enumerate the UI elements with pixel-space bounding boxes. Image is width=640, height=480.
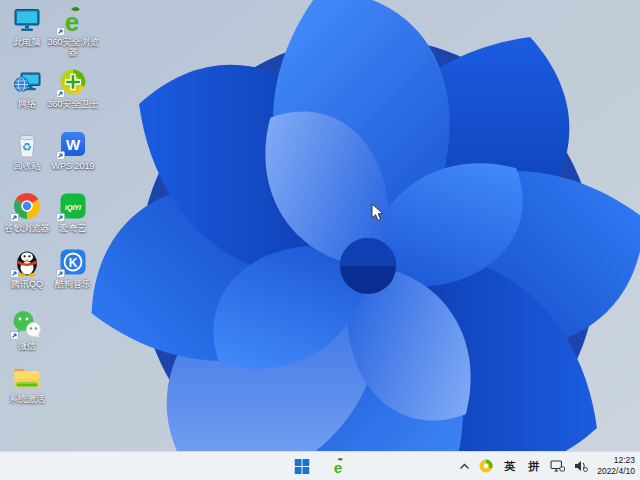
wps-glyph: W [66,136,81,153]
start-button[interactable] [290,454,314,478]
clock[interactable]: 12:23 2022/4/10 [597,455,635,477]
wallpaper-bloom [0,0,640,480]
desktop: 此电脑 网络 ♻ 回收站 [0,0,640,480]
shortcut-arrow-icon [10,331,19,340]
desktop-icon-network[interactable]: 网络 [5,67,49,109]
folder-icon [12,362,42,392]
desktop-icon-this-pc[interactable]: 此电脑 [5,5,49,47]
shortcut-arrow-icon [56,269,65,278]
desktop-icon-wps[interactable]: W WPS 2019 [51,129,95,171]
shortcut-arrow-icon [10,269,19,278]
kugou-glyph: K [69,256,78,270]
iqiyi-glyph: iQIYI [65,204,82,212]
taskbar-app-360-browser[interactable]: e [327,454,351,478]
360-safe-icon [58,67,88,97]
iqiyi-icon: iQIYI [58,191,88,221]
kugou-icon: K [58,247,88,277]
desktop-icon-360-safe[interactable]: 360安全卫士 [51,67,95,109]
shortcut-arrow-icon [56,27,65,36]
taskbar-center: e [290,452,351,480]
shortcut-arrow-icon [56,151,65,160]
svg-text:e: e [334,459,343,476]
wechat-icon [12,309,42,339]
desktop-icon-iqiyi[interactable]: iQIYI 爱奇艺 [51,191,95,233]
network-tray-icon[interactable] [550,460,565,473]
clock-date: 2022/4/10 [597,466,635,477]
clock-time: 12:23 [597,455,635,466]
shortcut-arrow-icon [56,89,65,98]
desktop-icon-activation-folder[interactable]: 系统激活 [5,362,49,404]
shortcut-arrow-icon [56,213,65,222]
desktop-icon-label: 360安全卫士 [45,99,101,109]
desktop-icon-qq[interactable]: 腾讯QQ [5,247,49,289]
chrome-icon [12,191,42,221]
desktop-icon-label: 酷狗音乐 [45,279,101,289]
desktop-icon-kugou[interactable]: K 酷狗音乐 [51,247,95,289]
network-icon [12,67,42,97]
desktop-icon-label: 爱奇艺 [45,223,101,233]
tray-chevron-up-icon[interactable] [459,463,470,470]
desktop-icon-recycle-bin[interactable]: ♻ 回收站 [5,129,49,171]
desktop-icon-label: 微信 [0,341,55,351]
desktop-icon-wechat[interactable]: 微信 [5,309,49,351]
this-pc-icon [12,5,42,35]
desktop-icon-label: 系统激活 [0,394,55,404]
ime-pinyin-indicator[interactable]: 拼 [526,459,541,474]
browser-e-glyph: e [65,7,79,35]
system-tray: 英 拼 12:23 2022/4/10 [459,452,635,480]
desktop-icon-label: WPS 2019 [45,161,101,171]
360-browser-icon: e [58,5,88,35]
desktop-icon-360-browser[interactable]: e 360安全浏览器 [51,5,95,58]
qq-penguin-icon [12,247,42,277]
recycle-glyph: ♻ [22,141,32,153]
ime-english-indicator[interactable]: 英 [502,459,517,474]
taskbar: e 英 拼 [0,451,640,480]
tray-360-safe-icon[interactable] [479,459,493,473]
shortcut-arrow-icon [10,213,19,222]
desktop-icon-label: 360安全浏览器 [45,37,101,58]
desktop-icon-chrome[interactable]: 谷歌浏览器 [5,191,49,233]
volume-tray-icon[interactable] [574,460,588,472]
recycle-bin-icon: ♻ [12,129,42,159]
wps-icon: W [58,129,88,159]
windows-logo-icon [294,459,309,474]
360-browser-e-icon: e [330,457,348,475]
